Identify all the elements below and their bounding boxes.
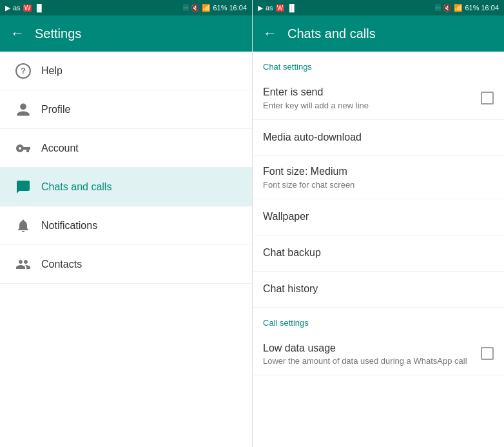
font-size-subtitle: Font size for chat screen xyxy=(263,180,494,190)
list-item-chat-history[interactable]: Chat history xyxy=(253,272,504,308)
activity-bar-r: ▐▌ xyxy=(287,4,297,12)
contacts-icon xyxy=(10,257,36,272)
list-item-low-data-usage[interactable]: Low data usage Lower the amount of data … xyxy=(253,333,504,376)
signal-icon-r: 𝄚 xyxy=(435,4,441,12)
wallpaper-title: Wallpaper xyxy=(263,210,494,224)
settings-list: ? Help Profile Account xyxy=(0,52,252,447)
person-icon xyxy=(10,102,36,117)
help-label: Help xyxy=(41,65,63,77)
mute-icon: 🔇 xyxy=(191,4,200,12)
battery-text-r: 61% xyxy=(465,4,479,12)
w-icon-r: W xyxy=(276,5,284,12)
sidebar-item-contacts[interactable]: Contacts xyxy=(0,245,252,284)
wifi-icon-r: 📶 xyxy=(454,4,463,12)
list-item-wallpaper[interactable]: Wallpaper xyxy=(253,199,504,235)
status-bar-left: ▶ as W ▐▌ 𝄚 🔇 📶 61% 16:04 xyxy=(0,0,252,15)
time-left: 16:04 xyxy=(229,4,247,12)
low-data-usage-subtitle: Lower the amount of data used during a W… xyxy=(263,356,481,366)
list-item-font-size[interactable]: Font size: Medium Font size for chat scr… xyxy=(253,156,504,199)
enter-is-send-checkbox[interactable] xyxy=(481,92,494,104)
list-item-chat-backup[interactable]: Chat backup xyxy=(253,235,504,272)
w-icon: W xyxy=(23,5,32,12)
back-button-left[interactable]: ← xyxy=(10,26,24,41)
low-data-usage-checkbox[interactable] xyxy=(481,347,494,360)
wifi-icon: 📶 xyxy=(202,4,211,12)
key-icon xyxy=(10,141,36,156)
left-panel: ▶ as W ▐▌ 𝄚 🔇 📶 61% 16:04 ← Settings ? H… xyxy=(0,0,252,447)
right-toolbar-title: Chats and calls xyxy=(287,26,376,41)
left-toolbar-title: Settings xyxy=(35,26,81,41)
font-size-title: Font size: Medium xyxy=(263,165,494,179)
account-label: Account xyxy=(41,143,79,154)
help-icon: ? xyxy=(10,63,36,79)
sidebar-item-profile[interactable]: Profile xyxy=(0,90,252,129)
contacts-label: Contacts xyxy=(41,259,82,270)
enter-is-send-title: Enter is send xyxy=(263,86,481,99)
low-data-usage-title: Low data usage xyxy=(263,342,481,355)
sidebar-item-account[interactable]: Account xyxy=(0,129,252,168)
play-icon: ▶ xyxy=(5,4,10,12)
list-item-enter-is-send[interactable]: Enter is send Enter key will add a new l… xyxy=(253,77,504,120)
os-label-r: as xyxy=(266,4,273,12)
right-toolbar: ← Chats and calls xyxy=(253,15,504,52)
battery-text: 61% xyxy=(213,4,227,12)
play-icon-r: ▶ xyxy=(258,4,263,12)
status-bar-right: ▶ as W ▐▌ 𝄚 🔇 📶 61% 16:04 xyxy=(253,0,504,15)
chat-history-title: Chat history xyxy=(263,283,494,296)
os-label: as xyxy=(13,4,21,12)
chat-backup-title: Chat backup xyxy=(263,246,494,260)
chat-settings-header: Chat settings xyxy=(253,52,504,77)
sidebar-item-notifications[interactable]: Notifications xyxy=(0,206,252,245)
list-item-media-auto-download[interactable]: Media auto-download xyxy=(253,120,504,156)
activity-bar: ▐▌ xyxy=(34,4,44,12)
bell-icon xyxy=(10,218,36,233)
enter-is-send-subtitle: Enter key will add a new line xyxy=(263,101,481,110)
right-panel: ▶ as W ▐▌ 𝄚 🔇 📶 61% 16:04 ← Chats and ca… xyxy=(252,0,504,447)
chats-calls-label: Chats and calls xyxy=(41,181,111,193)
mute-icon-r: 🔇 xyxy=(443,4,452,12)
profile-label: Profile xyxy=(41,104,70,115)
right-content: Chat settings Enter is send Enter key wi… xyxy=(253,52,504,447)
media-auto-download-title: Media auto-download xyxy=(263,131,494,144)
notifications-label: Notifications xyxy=(41,220,97,232)
sidebar-item-chats-calls[interactable]: Chats and calls xyxy=(0,168,252,206)
sidebar-item-help[interactable]: ? Help xyxy=(0,52,252,90)
chat-icon xyxy=(10,179,36,195)
time-right: 16:04 xyxy=(481,4,499,12)
back-button-right[interactable]: ← xyxy=(263,26,277,41)
call-settings-header: Call settings xyxy=(253,308,504,333)
left-toolbar: ← Settings xyxy=(0,15,252,52)
signal-icon: 𝄚 xyxy=(183,4,189,12)
